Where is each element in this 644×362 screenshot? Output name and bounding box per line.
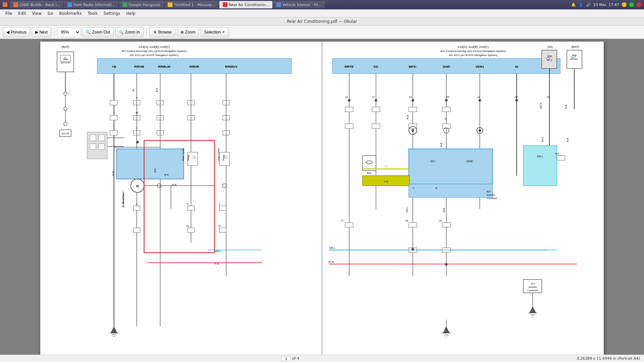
menu-help[interactable]: Help bbox=[123, 10, 138, 16]
page-indicator: 1 of 4 bbox=[281, 356, 300, 361]
svg-text:R-B: R-B bbox=[565, 105, 567, 109]
svg-text:W-B: W-B bbox=[440, 142, 442, 147]
svg-rect-155 bbox=[363, 156, 376, 171]
svg-text:C: C bbox=[413, 187, 415, 189]
menu-view[interactable]: View bbox=[29, 10, 44, 16]
svg-text:Rear Cooler: Rear Cooler bbox=[182, 148, 184, 161]
zoom-out-label: Zoom Out bbox=[92, 30, 110, 35]
svg-rect-24 bbox=[99, 135, 105, 141]
svg-text:R-B: R-B bbox=[567, 138, 569, 142]
menu-edit[interactable]: Edit bbox=[15, 10, 29, 16]
page-current-input[interactable]: 1 bbox=[281, 356, 291, 361]
maximize-button[interactable] bbox=[629, 2, 634, 7]
selection-button[interactable]: Selection ▼ bbox=[200, 27, 229, 37]
zoom-select[interactable]: 95% 75% 100% 125% 150% bbox=[57, 27, 80, 37]
svg-rect-92 bbox=[133, 206, 140, 210]
svg-rect-47 bbox=[110, 130, 117, 135]
tab-hangouts[interactable]: Google Hangouts bbox=[119, 1, 164, 8]
svg-rect-169 bbox=[409, 223, 417, 227]
svg-text:{: { bbox=[331, 246, 332, 249]
svg-rect-141 bbox=[372, 124, 380, 128]
close-button[interactable] bbox=[637, 2, 641, 7]
notification-icon[interactable]: 🔔 bbox=[571, 3, 576, 7]
svg-point-69 bbox=[222, 184, 226, 188]
svg-text:(IG): (IG) bbox=[547, 45, 552, 49]
menu-go[interactable]: Go bbox=[45, 10, 56, 16]
zoom-button[interactable]: ⊕ Zoom bbox=[177, 27, 199, 37]
svg-rect-152 bbox=[409, 149, 493, 184]
svg-point-150 bbox=[478, 129, 481, 132]
tab-builds-label: (260) Builds - Back i... bbox=[19, 3, 60, 7]
svg-text:+B: +B bbox=[132, 89, 135, 92]
svg-marker-187 bbox=[443, 326, 450, 333]
svg-text:1: 1 bbox=[219, 203, 220, 205]
svg-text:B: B bbox=[444, 118, 447, 119]
svg-text:GND: GND bbox=[442, 65, 450, 68]
menu-settings[interactable]: Settings bbox=[101, 10, 123, 16]
svg-text:A13(A), A14(B), A15(C): A13(A), A14(B), A15(C) bbox=[139, 45, 170, 49]
menu-tools[interactable]: Tools bbox=[85, 10, 101, 16]
svg-text:B-R: B-R bbox=[156, 88, 158, 92]
zoom-in-button[interactable]: 🔍 Zoom In bbox=[115, 27, 144, 37]
svg-marker-58 bbox=[111, 326, 117, 333]
svg-text:}: } bbox=[261, 260, 263, 263]
svg-rect-63 bbox=[187, 206, 194, 210]
svg-rect-23 bbox=[90, 135, 96, 141]
svg-rect-26 bbox=[99, 143, 105, 149]
svg-rect-66 bbox=[219, 228, 226, 233]
svg-rect-93 bbox=[133, 228, 140, 233]
svg-text:Connector: Connector bbox=[527, 289, 538, 292]
svg-text:B22: B22 bbox=[367, 172, 372, 174]
svg-text:31A: 31A bbox=[555, 153, 559, 155]
menu-bookmarks[interactable]: Bookmarks bbox=[56, 10, 84, 16]
previous-button[interactable]: ◀ Previous bbox=[3, 27, 30, 37]
svg-text:2: 2 bbox=[136, 127, 138, 129]
svg-text:M: M bbox=[136, 184, 139, 188]
svg-text:10: 10 bbox=[186, 225, 189, 227]
svg-text:17: 17 bbox=[341, 220, 344, 222]
svg-rect-136 bbox=[345, 107, 353, 112]
tab-mousep[interactable]: *Untitled 1 - Mousep... bbox=[164, 1, 219, 8]
svg-text:10A: 10A bbox=[547, 55, 552, 58]
selection-label: Selection bbox=[204, 30, 220, 35]
svg-text:GR-B: GR-B bbox=[540, 103, 542, 109]
page-of-label: of bbox=[292, 356, 296, 361]
svg-rect-65 bbox=[219, 206, 226, 210]
svg-rect-25 bbox=[90, 143, 96, 149]
zoom-out-button[interactable]: 🔍 Zoom Out bbox=[82, 27, 113, 37]
svg-text:15: 15 bbox=[218, 225, 221, 227]
toolbar: ◀ Previous ▶ Next 95% 75% 100% 125% 150%… bbox=[0, 25, 644, 39]
browse-label: Browse bbox=[158, 30, 172, 35]
tab-hamradio[interactable]: Ham Radio Informati... bbox=[64, 1, 118, 8]
svg-text:Rear Cooler: Rear Cooler bbox=[217, 148, 220, 161]
svg-rect-171 bbox=[442, 223, 450, 227]
svg-text:Y-G: Y-G bbox=[384, 165, 388, 168]
tab-vehicle[interactable]: Vehicle Interior - Fil... bbox=[273, 1, 325, 8]
svg-text:{: { bbox=[328, 260, 329, 263]
tab-builds[interactable]: (260) Builds - Back i... bbox=[10, 1, 63, 8]
svg-point-15 bbox=[64, 92, 67, 95]
svg-text:J14: J14 bbox=[531, 283, 535, 285]
svg-text:A/C Control Assembly (w/o LEXU: A/C Control Assembly (w/o LEXUS Navigati… bbox=[440, 50, 506, 53]
svg-text:20: 20 bbox=[446, 96, 449, 99]
next-button[interactable]: ▶ Next bbox=[32, 27, 52, 37]
volume-icon[interactable]: 🔊 bbox=[586, 3, 591, 7]
tab-rearair[interactable]: Rear Air Conditionin... bbox=[219, 1, 272, 8]
svg-text:27: 27 bbox=[515, 96, 518, 99]
svg-rect-64 bbox=[187, 228, 194, 233]
svg-text:B-R: B-R bbox=[154, 168, 156, 172]
main-content: A13(A), A14(B), A15(C) A/C Control Assem… bbox=[0, 39, 644, 355]
svg-text:A/C Control Assembly (w/o LEXU: A/C Control Assembly (w/o LEXUS Navigati… bbox=[121, 50, 187, 53]
tab-vehicle-favicon bbox=[276, 2, 281, 7]
svg-text:(BAT): (BAT) bbox=[572, 45, 579, 49]
svg-text:24: 24 bbox=[409, 96, 412, 99]
svg-rect-46 bbox=[110, 115, 117, 120]
menu-file[interactable]: File bbox=[3, 10, 15, 16]
svg-text:30A: 30A bbox=[572, 54, 577, 57]
browse-button[interactable]: 🖱 Browse bbox=[149, 27, 175, 37]
minimize-button[interactable] bbox=[622, 2, 627, 7]
svg-text:Junction: Junction bbox=[486, 194, 495, 196]
titlebar-tabs: (260) Builds - Back i... Ham Radio Infor… bbox=[10, 1, 569, 8]
svg-text:GR-L: GR-L bbox=[406, 207, 408, 213]
svg-text:GR-L: GR-L bbox=[329, 246, 336, 249]
